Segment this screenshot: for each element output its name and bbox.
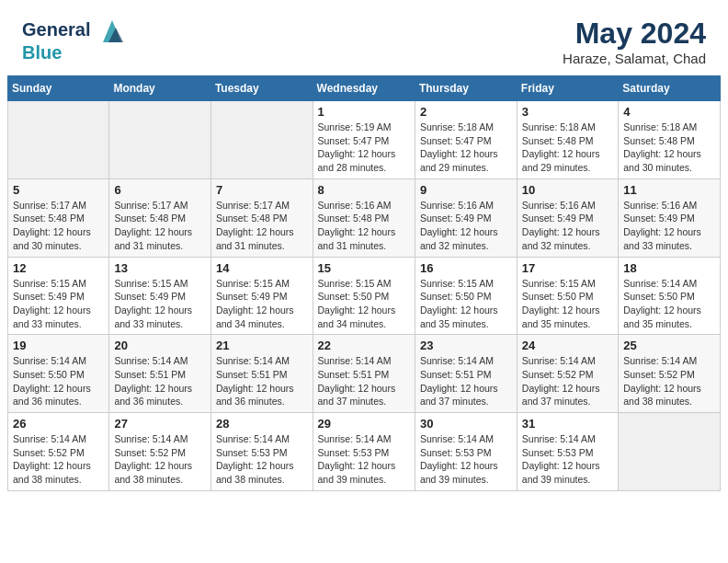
day-info: Sunrise: 5:18 AM Sunset: 5:48 PM Dayligh… (522, 121, 613, 175)
calendar-cell: 3Sunrise: 5:18 AM Sunset: 5:48 PM Daylig… (517, 101, 618, 179)
calendar-header-wednesday: Wednesday (313, 76, 415, 101)
day-number: 8 (318, 183, 410, 197)
day-info: Sunrise: 5:16 AM Sunset: 5:48 PM Dayligh… (318, 199, 410, 253)
day-number: 19 (13, 339, 104, 352)
day-info: Sunrise: 5:19 AM Sunset: 5:47 PM Dayligh… (318, 121, 410, 175)
calendar-cell: 6Sunrise: 5:17 AM Sunset: 5:48 PM Daylig… (109, 178, 211, 257)
day-info: Sunrise: 5:16 AM Sunset: 5:49 PM Dayligh… (420, 199, 512, 253)
day-info: Sunrise: 5:14 AM Sunset: 5:50 PM Dayligh… (13, 354, 104, 408)
calendar-cell: 1Sunrise: 5:19 AM Sunset: 5:47 PM Daylig… (313, 101, 415, 179)
day-info: Sunrise: 5:14 AM Sunset: 5:52 PM Dayligh… (522, 354, 613, 408)
day-number: 21 (216, 339, 308, 352)
day-info: Sunrise: 5:15 AM Sunset: 5:49 PM Dayligh… (216, 277, 308, 331)
day-number: 1 (318, 105, 410, 119)
calendar-cell: 27Sunrise: 5:14 AM Sunset: 5:52 PM Dayli… (109, 413, 211, 491)
header: General Blue May 2024 Haraze, Salamat, C… (0, 0, 728, 75)
day-info: Sunrise: 5:18 AM Sunset: 5:48 PM Dayligh… (623, 121, 715, 175)
day-info: Sunrise: 5:18 AM Sunset: 5:47 PM Dayligh… (420, 121, 512, 175)
calendar-cell: 17Sunrise: 5:15 AM Sunset: 5:50 PM Dayli… (517, 257, 618, 335)
calendar-cell (210, 101, 313, 179)
logo-icon (97, 17, 127, 46)
day-number: 31 (522, 417, 613, 431)
day-number: 9 (420, 183, 512, 197)
day-info: Sunrise: 5:14 AM Sunset: 5:51 PM Dayligh… (216, 354, 308, 408)
calendar-week-2: 5Sunrise: 5:17 AM Sunset: 5:48 PM Daylig… (8, 178, 721, 257)
calendar-cell: 31Sunrise: 5:14 AM Sunset: 5:53 PM Dayli… (517, 413, 618, 491)
day-info: Sunrise: 5:17 AM Sunset: 5:48 PM Dayligh… (216, 199, 308, 253)
calendar-week-5: 26Sunrise: 5:14 AM Sunset: 5:52 PM Dayli… (8, 413, 721, 491)
day-number: 22 (318, 339, 410, 352)
day-info: Sunrise: 5:16 AM Sunset: 5:49 PM Dayligh… (522, 199, 613, 253)
calendar-header-monday: Monday (109, 76, 211, 101)
calendar-cell: 9Sunrise: 5:16 AM Sunset: 5:49 PM Daylig… (415, 178, 517, 257)
calendar-cell: 25Sunrise: 5:14 AM Sunset: 5:52 PM Dayli… (619, 335, 721, 413)
day-number: 25 (623, 339, 715, 352)
day-number: 11 (623, 183, 715, 197)
calendar-week-3: 12Sunrise: 5:15 AM Sunset: 5:49 PM Dayli… (8, 257, 721, 335)
title-block: May 2024 Haraze, Salamat, Chad (563, 17, 706, 66)
day-info: Sunrise: 5:15 AM Sunset: 5:50 PM Dayligh… (318, 277, 410, 331)
calendar-cell: 23Sunrise: 5:14 AM Sunset: 5:51 PM Dayli… (415, 335, 517, 413)
calendar-cell: 8Sunrise: 5:16 AM Sunset: 5:48 PM Daylig… (313, 178, 415, 257)
calendar-table: SundayMondayTuesdayWednesdayThursdayFrid… (7, 75, 721, 491)
day-number: 18 (623, 261, 715, 275)
day-number: 6 (114, 183, 206, 197)
day-info: Sunrise: 5:14 AM Sunset: 5:52 PM Dayligh… (114, 432, 206, 487)
calendar-header-friday: Friday (517, 76, 618, 101)
calendar-wrapper: SundayMondayTuesdayWednesdayThursdayFrid… (0, 75, 728, 499)
day-number: 26 (13, 417, 104, 431)
calendar-cell: 2Sunrise: 5:18 AM Sunset: 5:47 PM Daylig… (415, 101, 517, 179)
calendar-header-thursday: Thursday (415, 76, 517, 101)
day-info: Sunrise: 5:14 AM Sunset: 5:50 PM Dayligh… (623, 277, 715, 331)
calendar-cell: 14Sunrise: 5:15 AM Sunset: 5:49 PM Dayli… (210, 257, 313, 335)
day-info: Sunrise: 5:14 AM Sunset: 5:51 PM Dayligh… (114, 354, 206, 408)
day-number: 30 (420, 417, 512, 431)
calendar-cell: 4Sunrise: 5:18 AM Sunset: 5:48 PM Daylig… (619, 101, 721, 179)
calendar-cell: 7Sunrise: 5:17 AM Sunset: 5:48 PM Daylig… (210, 178, 313, 257)
calendar-header-sunday: Sunday (8, 76, 109, 101)
calendar-cell: 19Sunrise: 5:14 AM Sunset: 5:50 PM Dayli… (8, 335, 109, 413)
day-number: 24 (522, 339, 613, 352)
day-number: 7 (216, 183, 308, 197)
calendar-cell: 26Sunrise: 5:14 AM Sunset: 5:52 PM Dayli… (8, 413, 109, 491)
day-number: 15 (318, 261, 410, 275)
calendar-cell: 11Sunrise: 5:16 AM Sunset: 5:49 PM Dayli… (619, 178, 721, 257)
logo: General Blue (22, 17, 127, 63)
calendar-cell: 28Sunrise: 5:14 AM Sunset: 5:53 PM Dayli… (210, 413, 313, 491)
calendar-cell (619, 413, 721, 491)
calendar-cell: 24Sunrise: 5:14 AM Sunset: 5:52 PM Dayli… (517, 335, 618, 413)
day-info: Sunrise: 5:15 AM Sunset: 5:49 PM Dayligh… (114, 277, 206, 331)
day-number: 4 (623, 105, 715, 119)
calendar-cell (109, 101, 211, 179)
calendar-header-tuesday: Tuesday (210, 76, 313, 101)
day-number: 2 (420, 105, 512, 119)
day-info: Sunrise: 5:15 AM Sunset: 5:49 PM Dayligh… (13, 277, 104, 331)
day-number: 27 (114, 417, 206, 431)
day-info: Sunrise: 5:14 AM Sunset: 5:53 PM Dayligh… (318, 432, 410, 487)
main-title: May 2024 (563, 17, 706, 51)
day-info: Sunrise: 5:17 AM Sunset: 5:48 PM Dayligh… (13, 199, 104, 253)
calendar-cell: 15Sunrise: 5:15 AM Sunset: 5:50 PM Dayli… (313, 257, 415, 335)
day-number: 5 (13, 183, 104, 197)
logo-text: General (22, 19, 90, 40)
calendar-cell: 13Sunrise: 5:15 AM Sunset: 5:49 PM Dayli… (109, 257, 211, 335)
day-info: Sunrise: 5:14 AM Sunset: 5:51 PM Dayligh… (318, 354, 410, 408)
calendar-header-saturday: Saturday (619, 76, 721, 101)
day-info: Sunrise: 5:14 AM Sunset: 5:51 PM Dayligh… (420, 354, 512, 408)
day-info: Sunrise: 5:14 AM Sunset: 5:52 PM Dayligh… (623, 354, 715, 408)
day-number: 3 (522, 105, 613, 119)
calendar-cell: 5Sunrise: 5:17 AM Sunset: 5:48 PM Daylig… (8, 178, 109, 257)
day-info: Sunrise: 5:17 AM Sunset: 5:48 PM Dayligh… (114, 199, 206, 253)
day-number: 20 (114, 339, 206, 352)
day-info: Sunrise: 5:14 AM Sunset: 5:53 PM Dayligh… (420, 432, 512, 487)
calendar-cell: 29Sunrise: 5:14 AM Sunset: 5:53 PM Dayli… (313, 413, 415, 491)
day-number: 14 (216, 261, 308, 275)
calendar-cell: 22Sunrise: 5:14 AM Sunset: 5:51 PM Dayli… (313, 335, 415, 413)
calendar-cell: 12Sunrise: 5:15 AM Sunset: 5:49 PM Dayli… (8, 257, 109, 335)
calendar-week-1: 1Sunrise: 5:19 AM Sunset: 5:47 PM Daylig… (8, 101, 721, 179)
calendar-cell: 10Sunrise: 5:16 AM Sunset: 5:49 PM Dayli… (517, 178, 618, 257)
day-number: 28 (216, 417, 308, 431)
calendar-header-row: SundayMondayTuesdayWednesdayThursdayFrid… (8, 76, 721, 101)
day-number: 17 (522, 261, 613, 275)
calendar-cell (8, 101, 109, 179)
